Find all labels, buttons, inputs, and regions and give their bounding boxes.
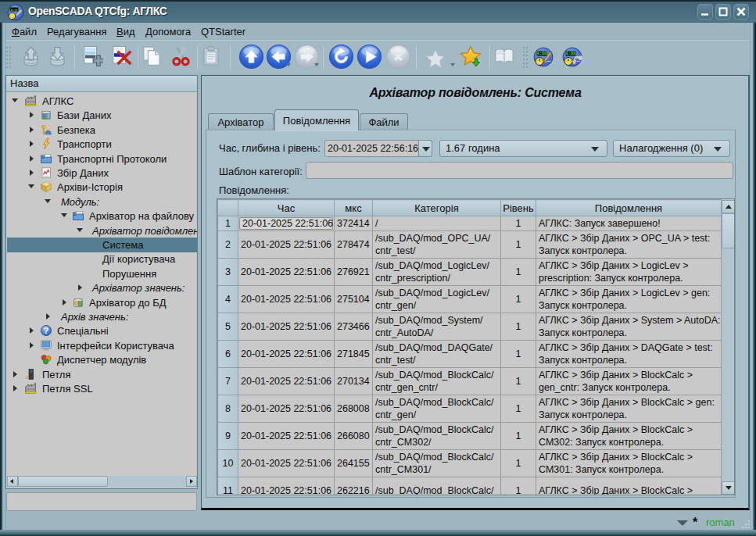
svg-text:?: ? [44,326,48,335]
svg-text:s: s [25,372,29,380]
svg-text:8:8: 8:8 [11,8,17,12]
svg-text:8:88: 8:88 [537,52,546,56]
svg-text:8:88: 8:88 [566,52,575,56]
